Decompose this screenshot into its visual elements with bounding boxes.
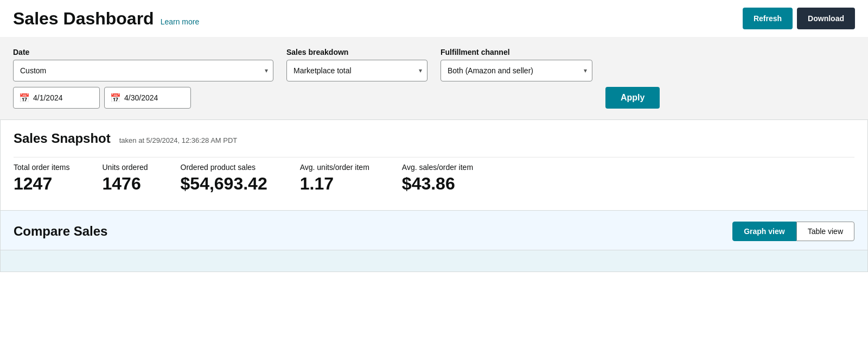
header-left: Sales Dashboard Learn more xyxy=(13,9,199,29)
filter-bar: Date Custom Today Yesterday Last 7 days … xyxy=(0,37,868,119)
compare-header: Compare Sales Graph view Table view xyxy=(14,222,854,241)
metric-label-ordered-product-sales: Ordered product sales xyxy=(181,163,267,172)
metric-label-units-ordered: Units ordered xyxy=(102,163,148,172)
learn-more-link[interactable]: Learn more xyxy=(161,17,200,26)
metric-avg-units-order: Avg. units/order item 1.17 xyxy=(300,163,369,194)
fulfillment-label: Fulfillment channel xyxy=(441,48,592,56)
apply-button[interactable]: Apply xyxy=(605,87,660,109)
end-date-input-wrapper: 📅 xyxy=(104,87,191,109)
metric-value-total-order-items: 1247 xyxy=(14,174,69,194)
download-button[interactable]: Download xyxy=(797,8,855,29)
start-calendar-icon: 📅 xyxy=(19,93,30,103)
graph-view-button[interactable]: Graph view xyxy=(732,222,796,241)
page-title: Sales Dashboard xyxy=(13,9,154,29)
breakdown-filter-group: Sales breakdown Marketplace total By ASI… xyxy=(286,48,427,81)
date-inputs: 📅 📅 xyxy=(13,87,273,109)
table-view-button[interactable]: Table view xyxy=(796,222,854,241)
date-select[interactable]: Custom Today Yesterday Last 7 days Last … xyxy=(13,60,273,81)
snapshot-section: Sales Snapshot taken at 5/29/2024, 12:36… xyxy=(0,119,868,211)
metric-ordered-product-sales: Ordered product sales $54,693.42 xyxy=(181,163,267,194)
metric-avg-sales-order: Avg. sales/order item $43.86 xyxy=(402,163,473,194)
metric-label-total-order-items: Total order items xyxy=(14,163,69,172)
view-toggle: Graph view Table view xyxy=(732,222,854,241)
fulfillment-select[interactable]: Both (Amazon and seller) Amazon Seller xyxy=(441,60,592,81)
snapshot-header: Sales Snapshot taken at 5/29/2024, 12:36… xyxy=(14,131,854,146)
snapshot-title: Sales Snapshot xyxy=(14,131,111,146)
compare-title: Compare Sales xyxy=(14,224,107,239)
end-date-input[interactable] xyxy=(124,93,173,102)
metric-total-order-items: Total order items 1247 xyxy=(14,163,69,194)
date-select-wrapper: Custom Today Yesterday Last 7 days Last … xyxy=(13,60,273,81)
page-header: Sales Dashboard Learn more Refresh Downl… xyxy=(0,0,868,37)
fulfillment-select-wrapper: Both (Amazon and seller) Amazon Seller ▾ xyxy=(441,60,592,81)
metric-value-units-ordered: 1476 xyxy=(102,174,148,194)
metric-label-avg-units-order: Avg. units/order item xyxy=(300,163,369,172)
snapshot-metrics: Total order items 1247 Units ordered 147… xyxy=(14,157,854,199)
compare-section: Compare Sales Graph view Table view xyxy=(0,211,868,272)
compare-bottom-bar xyxy=(1,250,867,272)
header-actions: Refresh Download xyxy=(743,8,855,29)
metric-units-ordered: Units ordered 1476 xyxy=(102,163,148,194)
metric-value-avg-units-order: 1.17 xyxy=(300,174,369,194)
breakdown-select[interactable]: Marketplace total By ASIN By SKU xyxy=(286,60,427,81)
metric-value-ordered-product-sales: $54,693.42 xyxy=(181,174,267,194)
start-date-input[interactable] xyxy=(33,93,82,102)
breakdown-select-wrapper: Marketplace total By ASIN By SKU ▾ xyxy=(286,60,427,81)
metric-label-avg-sales-order: Avg. sales/order item xyxy=(402,163,473,172)
date-filter-group: Date Custom Today Yesterday Last 7 days … xyxy=(13,48,273,109)
breakdown-label: Sales breakdown xyxy=(286,48,427,56)
snapshot-timestamp: taken at 5/29/2024, 12:36:28 AM PDT xyxy=(119,136,238,144)
end-calendar-icon: 📅 xyxy=(110,93,121,103)
apply-button-wrapper: Apply xyxy=(605,87,660,109)
refresh-button[interactable]: Refresh xyxy=(743,8,793,29)
fulfillment-filter-group: Fulfillment channel Both (Amazon and sel… xyxy=(441,48,592,81)
metric-value-avg-sales-order: $43.86 xyxy=(402,174,473,194)
date-label: Date xyxy=(13,48,273,56)
start-date-input-wrapper: 📅 xyxy=(13,87,100,109)
